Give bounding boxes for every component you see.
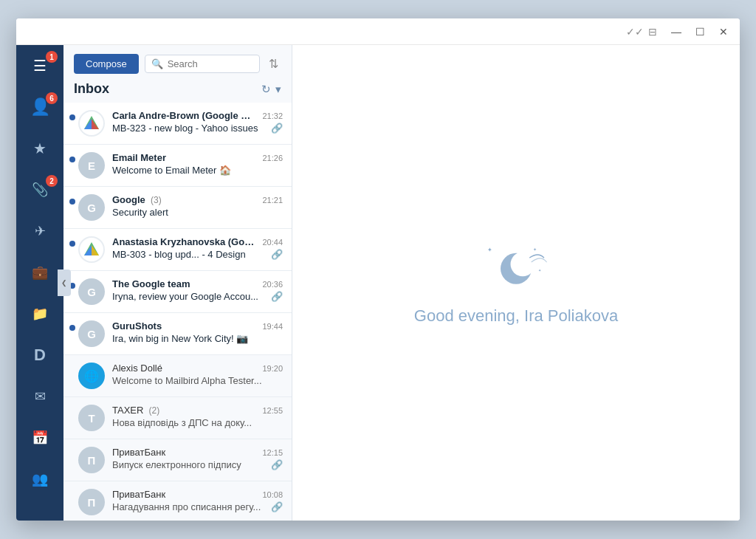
email-subject-row: MB-323 - new blog - Yahoo issues 🔗	[112, 123, 283, 134]
unread-indicator	[69, 114, 75, 120]
email-item[interactable]: G GuruShots 19:44 Ira, win big in New Yo…	[63, 313, 292, 355]
sidebar-item-send[interactable]: ✈	[16, 210, 63, 252]
search-input[interactable]	[168, 58, 253, 69]
email-panel: Compose 🔍 ⇅ Inbox ↻ ▾	[63, 45, 292, 521]
sidebar-item-menu[interactable]: ☰ 1	[16, 45, 63, 86]
checkmark-icon[interactable]: ✓✓	[626, 26, 644, 38]
avatar: E	[78, 152, 105, 179]
title-bar-controls: — ☐ ✕	[666, 21, 734, 42]
avatar: П	[78, 489, 105, 515]
title-bar-extra: ✓✓ ⊟	[626, 26, 657, 38]
email-sender: TAXER (2)	[112, 405, 256, 416]
sidebar-item-calendar[interactable]: 📅	[16, 417, 63, 459]
email-subject: Нагадування про списання регу...	[112, 501, 268, 512]
avatar: G	[78, 194, 105, 221]
avatar-letter: П	[88, 454, 96, 467]
sidebar-top: ☰ 1 👤 6 ★ 📎 2 ✈ 💼	[16, 45, 63, 334]
email-content: Alexis Dollé 19:20 Welcome to Mailbird A…	[112, 363, 283, 386]
sidebar-collapse-handle[interactable]: ❮	[58, 270, 71, 296]
email-content: The Google team 20:36 Iryna, review your…	[112, 278, 283, 302]
read-indicator	[69, 447, 75, 453]
email-subject-row: Випуск електронного підпису 🔗	[112, 459, 283, 470]
sidebar-item-starred[interactable]: ★	[16, 128, 63, 169]
email-item[interactable]: Anastasia Kryzhanovska (Google Doc 20:44…	[63, 229, 292, 271]
avatar: G	[78, 278, 105, 305]
email-top-row: Carla Andre-Brown (Google Docs (6) 21:32	[112, 110, 283, 121]
sidebar-item-attachments[interactable]: 📎 2	[16, 169, 63, 210]
email-time: 19:20	[262, 364, 283, 373]
sidebar: ☰ 1 👤 6 ★ 📎 2 ✈ 💼	[16, 45, 63, 521]
maximize-button[interactable]: ☐	[690, 21, 710, 42]
folders-icon: 📁	[32, 306, 48, 322]
inbox-title-row: Inbox ↻ ▾	[74, 81, 281, 103]
avatar: П	[78, 447, 105, 473]
greeting-container: ✦ ✦ ✦ Good evening, Ira Poliakova	[414, 240, 618, 326]
email-item[interactable]: T TAXER (2) 12:55 Нова відповідь з ДПС н…	[63, 397, 292, 439]
email-item[interactable]: П ПриватБанк 12:15 Випуск електронного п…	[63, 439, 292, 481]
email-item[interactable]: Carla Andre-Brown (Google Docs (6) 21:32…	[63, 103, 292, 145]
sort-button[interactable]: ⇅	[266, 54, 281, 74]
email-subject-row: Ira, win big in New York City! 📷	[112, 333, 283, 344]
email-time: 19:44	[262, 322, 283, 331]
avatar-letter: G	[87, 286, 96, 298]
svg-text:✦: ✦	[487, 247, 492, 253]
calendar-icon: 📅	[32, 430, 48, 446]
refresh-button[interactable]: ↻	[261, 83, 271, 96]
email-subject: Security alert	[112, 207, 283, 218]
menu-icon: ☰	[33, 57, 47, 75]
sidebar-item-accounts[interactable]: 👤 6	[16, 86, 63, 128]
star-icon: ★	[33, 140, 47, 157]
search-bar[interactable]: 🔍	[145, 55, 260, 73]
email-subject: Ira, win big in New York City! 📷	[112, 333, 283, 344]
mail-icon: ✉	[35, 388, 46, 405]
email-time: 21:21	[262, 196, 283, 205]
email-content: GuruShots 19:44 Ira, win big in New York…	[112, 320, 283, 344]
avatar-letter: G	[87, 202, 96, 214]
email-top-row: TAXER (2) 12:55	[112, 405, 283, 416]
evening-illustration: ✦ ✦ ✦	[483, 240, 549, 292]
avatar	[78, 236, 105, 263]
sidebar-item-more[interactable]: ···	[16, 500, 63, 521]
email-item[interactable]: 🌐 Alexis Dollé 19:20 Welcome to Mailbird…	[63, 355, 292, 397]
close-button[interactable]: ✕	[713, 21, 734, 42]
email-item[interactable]: E Email Meter 21:26 Welcome to Email Met…	[63, 145, 292, 187]
email-content: ПриватБанк 10:08 Нагадування про списанн…	[112, 489, 283, 512]
sidebar-item-briefcase[interactable]: 💼	[16, 252, 63, 293]
avatar-letter: E	[88, 159, 95, 172]
filter-button[interactable]: ▾	[275, 83, 281, 96]
email-content: Carla Andre-Brown (Google Docs (6) 21:32…	[112, 110, 283, 134]
email-sender: Email Meter	[112, 152, 256, 163]
email-item[interactable]: П ПриватБанк 10:08 Нагадування про списа…	[63, 481, 292, 521]
sidebar-item-contacts[interactable]: 👥	[16, 459, 63, 500]
sidebar-item-folders[interactable]: 📁	[16, 293, 63, 334]
email-sender: The Google team	[112, 278, 256, 289]
email-sender: ПриватБанк	[112, 489, 256, 500]
email-item[interactable]: G Google (3) 21:21 Security alert	[63, 187, 292, 229]
avatar: G	[78, 320, 105, 347]
reading-pane: ✦ ✦ ✦ Good evening, Ira Poliakova	[292, 45, 740, 521]
panel-icon[interactable]: ⊟	[648, 26, 657, 38]
sidebar-item-app-d[interactable]: D	[16, 334, 63, 376]
email-subject-row: Welcome to Mailbird Alpha Tester...	[112, 375, 283, 386]
email-sender: GuruShots	[112, 320, 256, 332]
email-item[interactable]: G The Google team 20:36 Iryna, review yo…	[63, 271, 292, 313]
compose-button[interactable]: Compose	[74, 54, 139, 74]
briefcase-icon: 💼	[32, 264, 48, 281]
email-subject: Iryna, review your Google Accou...	[112, 291, 268, 302]
unread-indicator	[69, 199, 75, 205]
attachment-icon: 🔗	[271, 249, 283, 260]
email-time: 12:55	[262, 406, 283, 415]
inbox-actions: ↻ ▾	[261, 83, 281, 96]
read-indicator	[69, 489, 75, 495]
attachment-icon: 🔗	[271, 459, 283, 470]
email-sender: Anastasia Kryzhanovska (Google Doc	[112, 236, 256, 247]
email-sender: Carla Andre-Brown (Google Docs (6)	[112, 110, 256, 121]
email-content: Anastasia Kryzhanovska (Google Doc 20:44…	[112, 236, 283, 260]
read-indicator	[69, 405, 75, 411]
minimize-button[interactable]: —	[666, 21, 687, 42]
email-top-row: Google (3) 21:21	[112, 194, 283, 205]
search-icon: 🔍	[151, 58, 163, 69]
sidebar-item-mail[interactable]: ✉	[16, 376, 63, 417]
avatar: T	[78, 405, 105, 431]
email-subject-row: Welcome to Email Meter 🏠	[112, 165, 283, 176]
